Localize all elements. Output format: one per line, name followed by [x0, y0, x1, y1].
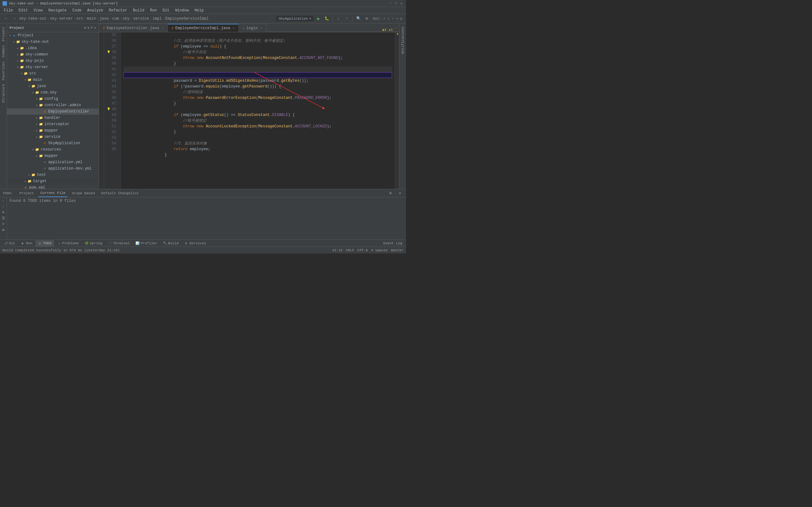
event-log-button[interactable]: Event Log	[381, 240, 405, 246]
tab-close-impl[interactable]: ✕	[233, 26, 235, 30]
close-button[interactable]: ✕	[399, 1, 403, 5]
tree-item-pom-xml[interactable]: ⚙ pom.xml	[7, 184, 99, 189]
breadcrumb-impl[interactable]: impl	[153, 16, 162, 21]
breadcrumb-sky[interactable]: sky	[123, 16, 130, 21]
project-panel-button[interactable]: Project	[1, 25, 6, 43]
git-branch[interactable]: master	[391, 248, 403, 252]
tree-item-controller-admin[interactable]: 📁 controller.admin	[7, 102, 99, 108]
breadcrumb-java[interactable]: java	[100, 16, 109, 21]
tree-item-handler[interactable]: 📁 handler	[7, 115, 99, 121]
bottom-tab-spring[interactable]: 🌿 Spring	[82, 240, 105, 246]
breadcrumb-com[interactable]: com	[112, 16, 119, 21]
tree-item-application-yml[interactable]: ≋ application.yml	[7, 159, 99, 165]
sidebar-settings-icon[interactable]: ⚙	[84, 26, 86, 30]
bottom-tab-build[interactable]: 🔨 Build	[160, 240, 181, 246]
tree-item-idea[interactable]: 📁 .idea	[7, 45, 99, 51]
todo-tab-default-changelist[interactable]: Default Changelist	[99, 189, 141, 197]
todo-settings-button[interactable]: ⚙	[387, 190, 394, 197]
tree-item-com-sky[interactable]: 📁 com.sky	[7, 89, 99, 96]
tree-item-mapper[interactable]: 📁 mapper	[7, 127, 99, 134]
hint-icon-38[interactable]: 💡	[107, 50, 110, 54]
maximize-button[interactable]: □	[394, 1, 398, 5]
tab-login[interactable]: ✦ login ✕	[239, 24, 266, 32]
tree-item-sky-server[interactable]: 📁 sky-server	[7, 64, 99, 70]
cursor-position[interactable]: 41:15	[332, 248, 343, 252]
settings-button[interactable]: ⚙	[363, 15, 370, 22]
tree-item-mapper2[interactable]: 📁 mapper	[7, 153, 99, 159]
todo-close-button[interactable]: ✕	[397, 190, 403, 197]
run-button[interactable]: ▶	[315, 15, 322, 22]
forward-button[interactable]: →	[11, 15, 18, 22]
bottom-tab-terminal[interactable]: ⬛ Terminal	[105, 240, 132, 246]
sidebar-expand-icon[interactable]: ⇅	[87, 26, 90, 30]
search-button[interactable]: 🔍	[355, 15, 362, 22]
tree-item-java[interactable]: 📁 java	[7, 83, 99, 89]
tree-item-test[interactable]: 📁 test	[7, 172, 99, 178]
todo-expand-icon[interactable]: ⊞	[2, 228, 4, 232]
hint-icon-48[interactable]: 💡	[107, 107, 110, 111]
bottom-tab-profiler[interactable]: 📊 Profiler	[133, 240, 160, 246]
tree-item-main[interactable]: 📁 main	[7, 77, 99, 83]
sidebar-collapse-icon[interactable]: ≡	[91, 26, 93, 30]
favorites-panel-button[interactable]: Favorites	[1, 60, 6, 82]
todo-down-icon[interactable]: ↓	[2, 205, 4, 208]
bottom-tab-run[interactable]: ▶ Run	[18, 240, 35, 246]
menu-refactor[interactable]: Refactor	[106, 8, 130, 13]
back-button[interactable]: ←	[3, 15, 9, 22]
bottom-tab-todo[interactable]: ☑ TODO	[36, 240, 54, 246]
project-selector[interactable]: SkyApplication ▾	[276, 16, 314, 21]
editor-scroll-area[interactable]: 35 36 37 💡 38 39 40 41 42 43 44 45	[99, 32, 399, 189]
tab-employee-controller[interactable]: J EmployeeController.java ✕	[99, 24, 168, 32]
todo-list-icon[interactable]: ≡	[2, 222, 4, 226]
menu-git[interactable]: Git	[160, 8, 172, 13]
tree-item-interceptor[interactable]: 📁 interceptor	[7, 121, 99, 127]
code-content[interactable]: //2、处理各种异常情况（用户名不存在、密码不对、账号被锁定） if (empl…	[121, 32, 395, 189]
menu-file[interactable]: File	[1, 8, 15, 13]
tree-item-sky-pojo[interactable]: 📁 sky-pojo	[7, 58, 99, 64]
breadcrumb-src[interactable]: src	[77, 16, 84, 21]
structure-panel-button[interactable]: Structure	[1, 82, 6, 105]
notifications-panel-button[interactable]: Notifications	[400, 25, 406, 56]
tree-item-application-dev-yml[interactable]: ≋ application-dev.yml	[7, 165, 99, 172]
tab-employee-service-impl[interactable]: J EmployeeServiceImpl.java ✕	[168, 24, 239, 32]
menu-build[interactable]: Build	[131, 8, 147, 13]
menu-edit[interactable]: Edit	[16, 8, 31, 13]
breadcrumb-project[interactable]: sky-take-out	[19, 16, 46, 21]
tree-item-sky-application[interactable]: J SkyApplication	[7, 140, 99, 147]
menu-run[interactable]: Run	[148, 8, 159, 13]
todo-up-icon[interactable]: ↑	[2, 199, 4, 203]
breadcrumb-service[interactable]: service	[133, 16, 149, 21]
menu-view[interactable]: View	[31, 8, 45, 13]
tree-item-service[interactable]: 📁 service	[7, 134, 99, 140]
todo-tab-scope-based[interactable]: Scope Based	[70, 189, 97, 197]
todo-tab-project[interactable]: Project	[17, 189, 36, 197]
tree-item-project[interactable]: ◈ Project	[7, 32, 99, 39]
bottom-tab-services[interactable]: ⚙ Services	[182, 240, 209, 246]
breadcrumb-main[interactable]: main	[87, 16, 96, 21]
tree-item-src[interactable]: 📁 src	[7, 70, 99, 77]
breadcrumb-module[interactable]: sky-server	[50, 16, 73, 21]
indentation[interactable]: 4 spaces	[371, 248, 388, 252]
tree-item-resources[interactable]: 📁 resources	[7, 147, 99, 153]
sidebar-close-icon[interactable]: ✕	[94, 26, 96, 30]
encoding[interactable]: UTF-8	[357, 248, 368, 252]
menu-window[interactable]: Window	[172, 8, 191, 13]
debug-button[interactable]: 🐛	[323, 15, 330, 22]
git-update-button[interactable]: ↓	[335, 15, 342, 22]
bottom-tab-git[interactable]: ⎇ Git	[1, 240, 18, 246]
line-ending[interactable]: CRLF	[346, 248, 354, 252]
tab-close-ctrl[interactable]: ✕	[162, 26, 164, 30]
tree-item-target[interactable]: 📁 target	[7, 178, 99, 184]
tab-close-login[interactable]: ✕	[260, 26, 262, 30]
tree-item-sky-take-out[interactable]: 📁 sky-take-out	[7, 39, 99, 45]
menu-navigate[interactable]: Navigate	[46, 8, 69, 13]
code-editor[interactable]: J EmployeeController.java ✕ J EmployeeSe…	[99, 23, 399, 189]
todo-group-icon[interactable]: ☰	[2, 216, 5, 220]
menu-analyze[interactable]: Analyze	[85, 8, 106, 13]
tree-item-employee-controller[interactable]: J EmployeeController	[7, 108, 99, 115]
todo-tab-current-file[interactable]: Current File	[38, 189, 67, 197]
tree-item-sky-common[interactable]: 📁 sky-common	[7, 51, 99, 58]
tree-item-config[interactable]: 📁 config	[7, 96, 99, 102]
breadcrumb-file[interactable]: EmployeeServiceImpl	[165, 16, 209, 21]
git-push-button[interactable]: ↑	[343, 15, 350, 22]
